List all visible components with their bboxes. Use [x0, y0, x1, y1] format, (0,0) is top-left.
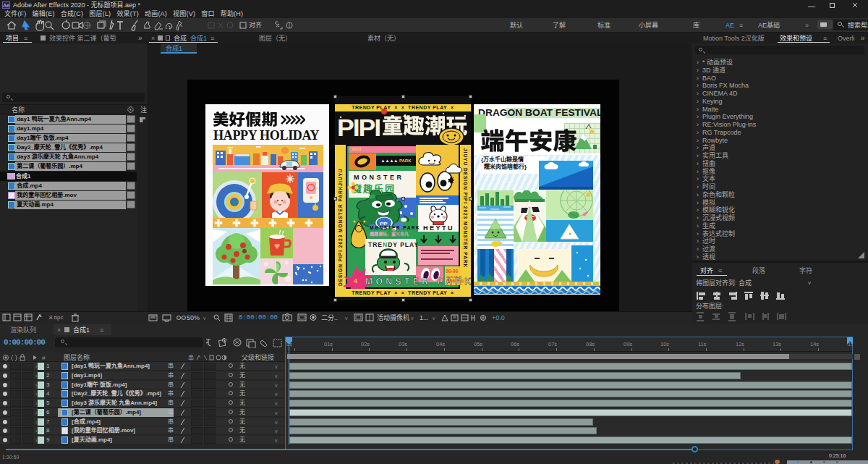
svg-text:#: # — [42, 355, 46, 361]
svg-text:4: 4 — [354, 277, 357, 284]
svg-text:串: 串 — [188, 355, 194, 361]
svg-text:对齐: 对齐 — [249, 21, 262, 29]
